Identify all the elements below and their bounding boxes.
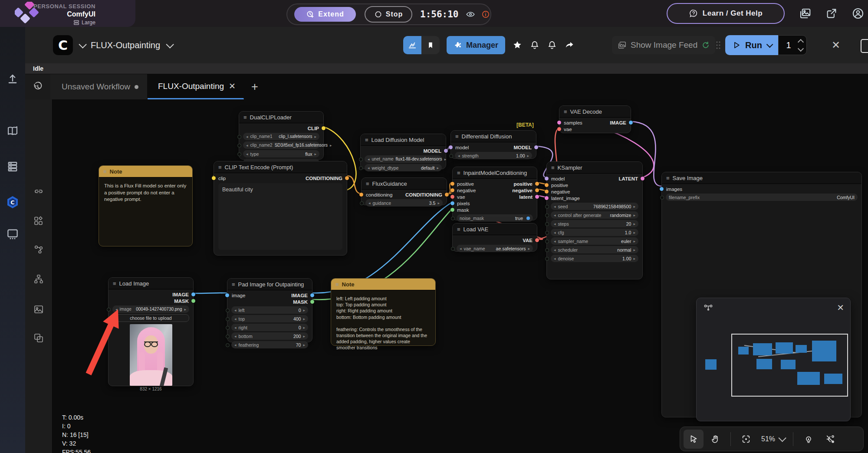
node-menu-icon[interactable]: ≡	[113, 280, 116, 287]
workflow-history-button[interactable]	[25, 74, 50, 99]
node-menu-icon[interactable]: ≡	[103, 168, 107, 175]
timer-info-icon[interactable]	[481, 10, 490, 19]
widget-type[interactable]: ◂typeflux▸	[243, 150, 319, 158]
widget-seed[interactable]: ◂seed768962158498500▸	[551, 203, 638, 210]
node-menu-icon[interactable]: ≡	[564, 108, 567, 115]
clear-queue-button[interactable]: ✕	[832, 39, 840, 51]
widget-clip-name2[interactable]: ◂clip_name2SD3/t5xxl_fp16.safetensors▸	[243, 141, 319, 149]
node-load-image[interactable]: ≡Load Image IMAGE MASK ◂image00049-14274…	[108, 277, 194, 386]
extend-session-button[interactable]: Extend	[294, 7, 356, 22]
chevron-down-icon[interactable]	[166, 40, 174, 48]
timer-visibility-icon[interactable]	[466, 10, 475, 19]
positive-output-port[interactable]	[535, 182, 539, 186]
conditioning-output-port[interactable]	[345, 176, 349, 180]
node-load-vae[interactable]: ≡Load VAE VAE ◂vae_nameae.safetensors▸	[452, 223, 537, 252]
widget-image[interactable]: ◂image00049-1427400730.png▸	[112, 305, 189, 313]
account-icon[interactable]	[852, 7, 865, 20]
update-bell-icon-1[interactable]	[529, 40, 540, 50]
samples-input-port[interactable]	[557, 121, 561, 125]
queue-count-stepper[interactable]: 1	[778, 35, 807, 55]
pan-tool-button[interactable]	[705, 430, 725, 449]
latent-image-input-port[interactable]	[545, 196, 549, 200]
widget-scheduler[interactable]: ◂schedulernormal▸	[551, 246, 638, 253]
latent-output-port[interactable]	[641, 177, 644, 181]
upload-icon[interactable]	[0, 73, 25, 85]
stop-session-button[interactable]: Stop	[365, 6, 412, 23]
widget-top[interactable]: ◂top400▸	[231, 315, 308, 322]
image-input-port[interactable]	[225, 293, 229, 297]
widget-vae-name[interactable]: ◂vae_nameae.safetensors▸	[457, 245, 533, 252]
negative-input-port[interactable]	[450, 188, 454, 192]
node-menu-icon[interactable]: ≡	[365, 137, 368, 143]
desktop-monitor-icon[interactable]	[0, 227, 25, 240]
node-inpaint-model-conditioning[interactable]: ≡InpaintModelConditioning positive posit…	[452, 167, 537, 220]
model-output-port[interactable]	[444, 149, 448, 153]
widget-cfg[interactable]: ◂cfg1.0▸	[551, 229, 638, 236]
widget-guidance[interactable]: ◂guidance3.5▸	[365, 199, 443, 207]
node-vae-decode[interactable]: ≡VAE Decode samples IMAGE vae	[559, 105, 631, 133]
widget-denoise[interactable]: ◂denoise1.00▸	[551, 255, 638, 262]
node-clip-text-encode[interactable]: ≡CLIP Text Encode (Prompt) clip CONDITIO…	[214, 161, 347, 256]
model-input-port[interactable]	[545, 177, 549, 181]
vae-output-port[interactable]	[535, 238, 539, 242]
fit-view-button[interactable]	[736, 430, 756, 449]
node-menu-icon[interactable]: ≡	[457, 170, 460, 176]
images-input-port[interactable]	[660, 187, 664, 191]
node-ksampler[interactable]: ≡KSampler model LATENT positive negative…	[546, 161, 643, 279]
node-menu-icon[interactable]: ≡	[551, 164, 555, 171]
clipped-edge-button[interactable]	[861, 39, 868, 53]
drag-handle-icon[interactable]	[715, 40, 721, 50]
increment-icon[interactable]	[798, 39, 804, 45]
node-title-bar[interactable]: ≡Load Image	[108, 278, 193, 289]
tab-flux-outpainting[interactable]: FLUX-Outpainting ✕	[148, 74, 244, 99]
node-title-bar[interactable]: ≡CLIP Text Encode (Prompt)	[214, 161, 347, 173]
workflows-tree-icon[interactable]	[25, 274, 52, 284]
widget-right[interactable]: ◂right0▸	[231, 324, 308, 331]
node-title-bar[interactable]: ≡Note	[99, 166, 192, 177]
workflow-name-label[interactable]: FLUX-Outpainting	[91, 40, 160, 50]
node-title-bar[interactable]: ≡FluxGuidance	[362, 178, 447, 190]
node-dualcliploader[interactable]: ≡DualCLIPLoader CLIP ◂clip_name1clip_l.s…	[239, 111, 324, 160]
link-icon[interactable]	[25, 186, 52, 197]
model-output-port[interactable]	[534, 145, 538, 149]
node-menu-icon[interactable]: ≡	[366, 181, 369, 187]
node-title-bar[interactable]: ≡VAE Decode	[559, 106, 631, 118]
node-title-bar[interactable]: ≡InpaintModelConditioning	[453, 167, 537, 179]
positive-input-port[interactable]	[450, 182, 454, 186]
conditioning-input-port[interactable]	[359, 193, 363, 197]
latent-output-port[interactable]	[535, 195, 539, 199]
node-menu-icon[interactable]: ≡	[232, 281, 235, 288]
vae-input-port[interactable]	[557, 127, 561, 131]
node-note-1[interactable]: ≡Note This is a Flux Fill model so enter…	[99, 165, 193, 246]
widget-left[interactable]: ◂left0▸	[231, 306, 308, 314]
node-title-bar[interactable]: ≡Load VAE	[453, 223, 537, 235]
widget-feathering[interactable]: ◂feathering70▸	[231, 341, 308, 348]
minimap-close-icon[interactable]: ✕	[837, 302, 844, 313]
negative-output-port[interactable]	[535, 188, 539, 192]
node-menu-icon[interactable]: ≡	[243, 114, 247, 121]
toggle-on-dot[interactable]	[526, 217, 530, 220]
show-image-feed-button[interactable]: Show Image Feed	[612, 36, 715, 54]
node-menu-icon[interactable]: ≡	[457, 226, 460, 233]
node-title-bar[interactable]: ≡Pad Image for Outpainting	[227, 279, 312, 290]
node-fluxguidance[interactable]: ≡FluxGuidance conditioning CONDITIONING …	[361, 177, 447, 205]
decrement-icon[interactable]	[798, 45, 804, 51]
minimap-graph-icon[interactable]	[704, 303, 713, 311]
node-differential-diffusion[interactable]: ≡Differential Diffusion model MODEL ◂str…	[450, 130, 536, 159]
toggle-links-button[interactable]	[820, 430, 840, 449]
open-external-icon[interactable]	[825, 7, 838, 20]
widget-control-after-generate[interactable]: ◂control after generaterandomize▸	[551, 211, 638, 219]
widget-clip-name1[interactable]: ◂clip_name1clip_l.safetensors▸	[243, 133, 319, 140]
node-library-icon[interactable]	[25, 216, 52, 226]
chevron-down-icon[interactable]	[79, 40, 86, 48]
image-output-port[interactable]	[629, 121, 633, 125]
node-title-bar[interactable]: ≡Save Image	[662, 172, 861, 184]
prompt-textarea[interactable]: Beautiful city	[218, 183, 342, 250]
widget-filename-prefix[interactable]: filename_prefixComfyUI	[666, 194, 858, 201]
zoom-level-dropdown[interactable]: 51%	[758, 435, 788, 443]
docs-book-icon[interactable]	[0, 125, 25, 137]
widget-bottom[interactable]: ◂bottom200▸	[231, 332, 308, 340]
pixels-input-port[interactable]	[450, 201, 454, 205]
node-title-bar[interactable]: ≡Differential Diffusion	[451, 131, 536, 142]
tab-unsaved-workflow[interactable]: Unsaved Workflow	[50, 74, 148, 99]
